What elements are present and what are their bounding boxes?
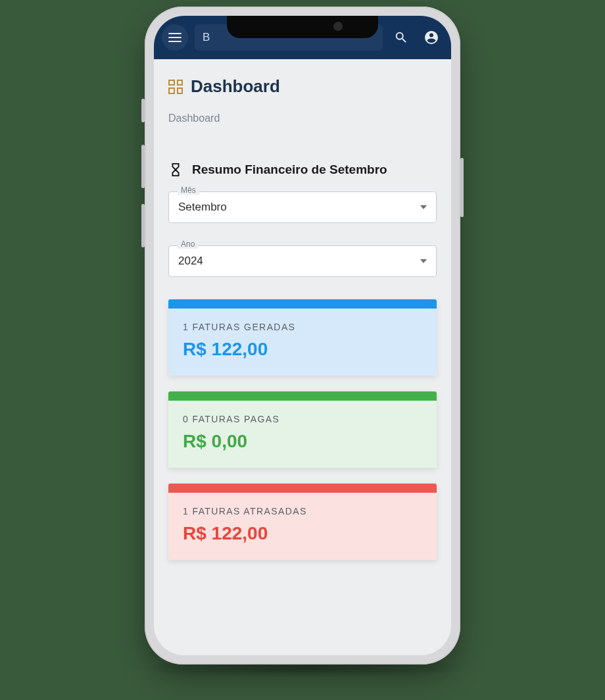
chevron-down-icon (420, 259, 427, 263)
search-icon (394, 30, 408, 45)
account-button[interactable] (420, 26, 443, 49)
card-accent-bar (168, 484, 437, 493)
card-overdue-label: 1 FATURAS ATRASADAS (183, 506, 422, 516)
phone-mute-switch (141, 99, 145, 122)
page-content: Dashboard Dashboard Resumo Financeiro de… (154, 59, 451, 655)
month-field: Mês Setembro (168, 191, 437, 223)
month-label: Mês (178, 186, 199, 195)
hamburger-icon (168, 33, 182, 42)
phone-camera (333, 22, 343, 31)
card-paid-label: 0 FATURAS PAGAS (183, 414, 422, 424)
chevron-down-icon (420, 205, 427, 209)
summary-heading: Resumo Financeiro de Setembro (192, 162, 387, 177)
search-button[interactable] (389, 26, 413, 49)
card-overdue-value: R$ 122,00 (183, 523, 422, 544)
year-select[interactable]: 2024 (168, 245, 437, 277)
card-overdue[interactable]: 1 FATURAS ATRASADAS R$ 122,00 (168, 484, 437, 560)
card-body: 1 FATURAS GERADAS R$ 122,00 (168, 309, 437, 376)
card-generated-label: 1 FATURAS GERADAS (183, 322, 422, 332)
app-screen: B Dashboard Dashboard (154, 16, 451, 655)
card-body: 0 FATURAS PAGAS R$ 0,00 (168, 401, 437, 468)
hourglass-icon (168, 161, 183, 178)
phone-notch (227, 16, 378, 38)
phone-shadow (132, 658, 473, 678)
summary-cards: 1 FATURAS GERADAS R$ 122,00 0 FATURAS PA… (168, 299, 437, 560)
year-field: Ano 2024 (168, 245, 437, 277)
month-select-value: Setembro (178, 201, 227, 214)
dashboard-icon (168, 80, 183, 94)
card-paid-value: R$ 0,00 (183, 431, 422, 452)
phone-power-button (460, 158, 464, 217)
card-accent-bar (168, 299, 437, 309)
menu-button[interactable] (162, 24, 188, 51)
year-label: Ano (178, 239, 198, 249)
breadcrumb: Dashboard (168, 113, 437, 124)
year-select-value: 2024 (178, 255, 203, 268)
page-title: Dashboard (191, 76, 280, 97)
phone-volume-down (141, 204, 145, 247)
search-input-text: B (203, 31, 210, 44)
card-paid[interactable]: 0 FATURAS PAGAS R$ 0,00 (168, 391, 437, 468)
phone-frame: B Dashboard Dashboard (145, 7, 460, 664)
card-generated[interactable]: 1 FATURAS GERADAS R$ 122,00 (168, 299, 437, 376)
card-generated-value: R$ 122,00 (183, 339, 422, 360)
page-title-row: Dashboard (168, 76, 437, 97)
card-accent-bar (168, 391, 437, 401)
card-body: 1 FATURAS ATRASADAS R$ 122,00 (168, 493, 437, 560)
account-icon (424, 30, 439, 45)
phone-volume-up (141, 145, 145, 188)
summary-heading-row: Resumo Financeiro de Setembro (168, 161, 437, 178)
month-select[interactable]: Setembro (168, 191, 437, 223)
phone-screen-bezel: B Dashboard Dashboard (154, 16, 451, 655)
